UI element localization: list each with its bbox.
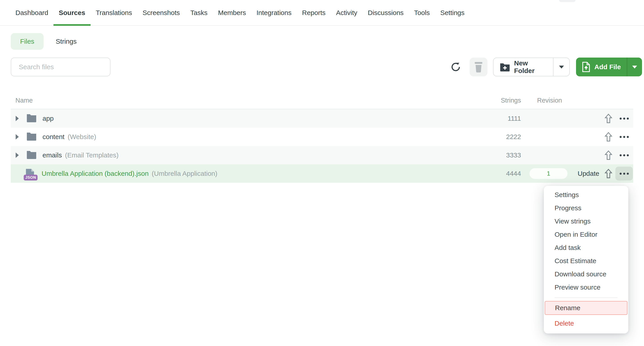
revision-badge[interactable]: 1: [530, 168, 568, 179]
file-json-icon: JSON: [26, 168, 36, 179]
files-table: Name Strings Revision app 1111: [11, 96, 633, 183]
search-input[interactable]: [11, 58, 110, 76]
expand-caret-icon[interactable]: [16, 116, 22, 121]
file-note: (Umbrella Application): [152, 170, 217, 177]
row-menu-button-active[interactable]: [616, 167, 633, 181]
add-file-split-button: Add File: [576, 58, 642, 76]
refresh-icon: [450, 61, 462, 73]
table-row-content[interactable]: content (Website) 2222: [11, 128, 633, 146]
folder-name[interactable]: emails: [42, 151, 62, 159]
table-header-row: Name Strings Revision: [11, 96, 633, 109]
nav-item-tasks[interactable]: Tasks: [190, 0, 208, 25]
menu-item-open-in-editor[interactable]: Open in Editor: [544, 228, 628, 241]
folder-icon: [26, 150, 37, 160]
menu-item-rename[interactable]: Rename: [545, 301, 628, 315]
json-badge: JSON: [24, 175, 38, 181]
menu-divider: [554, 297, 618, 298]
folder-note: (Email Templates): [65, 151, 119, 159]
nav-item-activity[interactable]: Activity: [336, 0, 357, 25]
folder-icon: [26, 132, 37, 142]
menu-item-view-strings[interactable]: View strings: [544, 215, 628, 228]
file-context-menu: Settings Progress View strings Open in E…: [544, 186, 628, 333]
new-folder-button[interactable]: New Folder: [494, 58, 553, 76]
nav-item-dashboard[interactable]: Dashboard: [16, 0, 48, 25]
row-menu-button[interactable]: [616, 111, 633, 125]
trash-icon: [474, 61, 484, 73]
folder-name[interactable]: content: [42, 133, 64, 141]
folder-icon: [26, 113, 37, 124]
menu-item-progress[interactable]: Progress: [544, 201, 628, 215]
column-header-name: Name: [16, 97, 33, 104]
upload-icon[interactable]: [603, 150, 614, 161]
view-tabs: Files Strings: [11, 33, 86, 50]
folder-name[interactable]: app: [42, 115, 54, 122]
nav-item-tools[interactable]: Tools: [414, 0, 430, 25]
nav-item-screenshots[interactable]: Screenshots: [142, 0, 180, 25]
file-upload-icon: [582, 62, 590, 72]
add-file-button[interactable]: Add File: [576, 58, 627, 76]
chevron-down-icon: [632, 66, 637, 69]
nav-item-members[interactable]: Members: [218, 0, 246, 25]
row-menu-button[interactable]: [616, 130, 633, 144]
new-folder-split-button: New Folder: [493, 58, 570, 76]
expand-caret-icon[interactable]: [16, 134, 22, 139]
expand-caret-icon[interactable]: [16, 152, 22, 158]
strings-count: 3333: [472, 151, 521, 159]
upload-icon[interactable]: [603, 168, 614, 179]
table-row-emails[interactable]: emails (Email Templates) 3333: [11, 146, 633, 164]
menu-item-cost-estimate[interactable]: Cost Estimate: [544, 254, 628, 267]
nav-item-integrations[interactable]: Integrations: [256, 0, 292, 25]
new-folder-more-button[interactable]: [553, 58, 569, 76]
folder-note: (Website): [68, 133, 96, 141]
delete-selected-button[interactable]: [470, 58, 488, 76]
menu-item-download-source[interactable]: Download source: [544, 267, 628, 281]
column-header-revision: Revision: [537, 97, 562, 104]
menu-item-settings[interactable]: Settings: [544, 188, 628, 201]
upload-icon[interactable]: [603, 113, 614, 124]
upload-icon[interactable]: [603, 131, 614, 142]
new-folder-label: New Folder: [514, 59, 547, 75]
column-header-strings: Strings: [476, 97, 521, 104]
table-row-umbrella-json[interactable]: JSON Umbrella Application (backend).json…: [11, 164, 633, 183]
top-edge-artifact: [559, 0, 576, 2]
file-name[interactable]: Umbrella Application (backend).json: [42, 170, 149, 177]
menu-item-add-task[interactable]: Add task: [544, 241, 628, 254]
update-link[interactable]: Update: [578, 170, 599, 177]
nav-item-settings[interactable]: Settings: [440, 0, 464, 25]
add-file-more-button[interactable]: [627, 58, 642, 76]
tab-files[interactable]: Files: [11, 33, 44, 50]
add-file-label: Add File: [594, 63, 621, 71]
row-menu-button[interactable]: [616, 148, 633, 162]
table-row-app[interactable]: app 1111: [11, 109, 633, 128]
menu-item-preview-source[interactable]: Preview source: [544, 281, 628, 294]
tab-strings[interactable]: Strings: [46, 33, 86, 50]
folder-plus-icon: [500, 63, 510, 71]
chevron-down-icon: [559, 66, 564, 69]
strings-count: 1111: [472, 115, 521, 122]
nav-item-reports[interactable]: Reports: [302, 0, 326, 25]
strings-count: 4444: [472, 170, 521, 177]
refresh-button[interactable]: [449, 58, 462, 76]
project-navbar: Dashboard Sources Translations Screensho…: [0, 0, 644, 26]
menu-item-delete[interactable]: Delete: [544, 317, 628, 330]
strings-count: 2222: [472, 133, 521, 141]
nav-item-sources[interactable]: Sources: [59, 0, 85, 25]
nav-item-discussions[interactable]: Discussions: [368, 0, 404, 25]
nav-item-translations[interactable]: Translations: [96, 0, 132, 25]
